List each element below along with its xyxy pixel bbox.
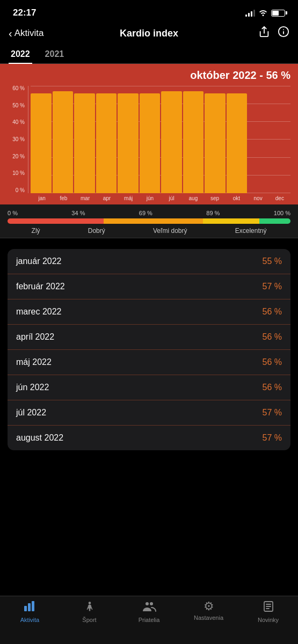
scale-pct: 34 % bbox=[71, 210, 85, 216]
y-label: 30 % bbox=[8, 137, 25, 142]
chart-bars bbox=[31, 86, 290, 193]
monthly-item-value: 57 % bbox=[263, 433, 282, 443]
status-time: 22:17 bbox=[13, 8, 36, 18]
svg-rect-4 bbox=[24, 606, 27, 611]
list-item[interactable]: apríl 202256 % bbox=[8, 325, 290, 350]
y-label: 60 % bbox=[8, 86, 25, 91]
monthly-item-value: 56 % bbox=[263, 357, 282, 367]
scale-bar bbox=[8, 218, 290, 224]
tab-novinky[interactable]: Novinky bbox=[238, 601, 298, 623]
nav-actions bbox=[258, 26, 289, 41]
share-button[interactable] bbox=[258, 26, 270, 41]
list-item[interactable]: júl 202257 % bbox=[8, 400, 290, 426]
monthly-item-value: 57 % bbox=[263, 408, 282, 418]
monthly-item-name: máj 2022 bbox=[16, 357, 52, 367]
chart-x-label: dec bbox=[269, 195, 290, 201]
chart-bar-wrapper bbox=[270, 86, 291, 193]
scale-pct: 69 % bbox=[139, 210, 152, 216]
svg-point-11 bbox=[150, 602, 153, 605]
chart-bar bbox=[205, 93, 226, 193]
monthly-item-name: február 2022 bbox=[16, 282, 65, 291]
chart-y-axis: 0 % 10 % 20 % 30 % 40 % 50 % 60 % bbox=[8, 86, 28, 193]
scale-labels: Zlý Dobrý Veľmi dobrý Excelentný bbox=[8, 227, 290, 235]
priatelia-icon bbox=[142, 601, 156, 614]
chart-bar-wrapper bbox=[248, 86, 269, 193]
tab-nastavenia-label: Nastavenia bbox=[194, 614, 223, 621]
tab-sport[interactable]: Šport bbox=[60, 601, 119, 623]
back-label: Aktivita bbox=[14, 28, 44, 39]
tab-nastavenia[interactable]: ⚙ Nastavenia bbox=[179, 601, 238, 621]
list-item[interactable]: august 202257 % bbox=[8, 426, 290, 450]
chart-x-label: júl bbox=[161, 195, 183, 201]
novinky-icon bbox=[263, 601, 274, 614]
y-label: 20 % bbox=[8, 154, 25, 159]
list-item[interactable]: február 202257 % bbox=[8, 274, 290, 299]
tab-bar: Aktivita Šport Priatelia ⚙ Nastavenia bbox=[0, 596, 298, 644]
chart-x-label: nov bbox=[248, 195, 269, 201]
monthly-item-value: 56 % bbox=[263, 307, 282, 317]
status-bar: 22:17 bbox=[0, 0, 298, 24]
tab-2021[interactable]: 2021 bbox=[43, 45, 67, 63]
chart-bar bbox=[161, 91, 182, 193]
chart-bar-wrapper bbox=[118, 86, 139, 193]
chart-x-label: mar bbox=[75, 195, 96, 201]
svg-point-10 bbox=[146, 602, 149, 605]
back-button[interactable]: ‹ Aktivita bbox=[9, 27, 43, 40]
color-scale: 0 % 34 % 69 % 89 % 100 % Zlý Dobrý Veľmi… bbox=[0, 204, 298, 238]
chart-bar-wrapper bbox=[227, 86, 248, 193]
chart-x-label: jan bbox=[31, 195, 53, 201]
chart-x-label: jún bbox=[139, 195, 161, 201]
svg-rect-5 bbox=[28, 603, 31, 611]
chart-bar bbox=[53, 91, 74, 193]
chart-bar bbox=[227, 93, 248, 193]
chart-bar bbox=[96, 93, 117, 193]
chart-bar bbox=[74, 93, 95, 193]
chart-bar-wrapper bbox=[161, 86, 182, 193]
chart-bar bbox=[140, 93, 161, 193]
chart-x-labels: janfebmaraprmájjúnjúlaugsepoktnovdec bbox=[8, 195, 290, 201]
chart-x-label: okt bbox=[226, 195, 247, 201]
scale-label-velmi-dobry: Veľmi dobrý bbox=[153, 227, 187, 235]
chart-bar bbox=[31, 93, 52, 193]
list-item[interactable]: jún 202256 % bbox=[8, 375, 290, 400]
monthly-item-name: apríl 2022 bbox=[16, 332, 54, 342]
chart-bar-wrapper bbox=[183, 86, 204, 193]
chart-bar-wrapper bbox=[31, 86, 52, 193]
chart-x-label: aug bbox=[183, 195, 204, 201]
tab-2022[interactable]: 2022 bbox=[9, 45, 32, 63]
tab-priatelia[interactable]: Priatelia bbox=[119, 601, 179, 623]
list-item[interactable]: marec 202256 % bbox=[8, 299, 290, 325]
tab-priatelia-label: Priatelia bbox=[139, 617, 160, 623]
battery-icon bbox=[271, 10, 285, 17]
monthly-item-name: marec 2022 bbox=[16, 307, 62, 317]
monthly-item-name: august 2022 bbox=[16, 433, 63, 443]
wifi-icon bbox=[258, 9, 268, 18]
monthly-item-value: 56 % bbox=[263, 383, 282, 392]
list-item[interactable]: máj 202256 % bbox=[8, 350, 290, 375]
chart-x-label: feb bbox=[53, 195, 74, 201]
chart-bar-wrapper bbox=[140, 86, 161, 193]
monthly-list: január 202255 %február 202257 %marec 202… bbox=[8, 249, 290, 450]
scale-pct: 0 % bbox=[8, 210, 18, 216]
y-label: 50 % bbox=[8, 103, 25, 108]
info-button[interactable] bbox=[278, 26, 289, 41]
chart-x-label: sep bbox=[204, 195, 226, 201]
scale-label-excelentny: Excelentný bbox=[235, 227, 267, 235]
tab-novinky-label: Novinky bbox=[258, 617, 279, 623]
chart-title: október 2022 - 56 % bbox=[8, 69, 290, 82]
monthly-item-name: jún 2022 bbox=[16, 383, 49, 392]
signal-icon bbox=[245, 9, 255, 17]
sport-icon bbox=[84, 601, 96, 614]
tab-aktivita[interactable]: Aktivita bbox=[0, 601, 60, 623]
y-label: 40 % bbox=[8, 120, 25, 125]
nav-bar: ‹ Aktivita Kardio index bbox=[0, 24, 298, 45]
svg-point-7 bbox=[88, 602, 91, 604]
list-item[interactable]: január 202255 % bbox=[8, 249, 290, 274]
chart-bar-wrapper bbox=[53, 86, 74, 193]
y-label: 10 % bbox=[8, 171, 25, 176]
chart-bar-wrapper bbox=[74, 86, 95, 193]
scale-pct: 100 % bbox=[274, 210, 290, 216]
chart-bar bbox=[118, 93, 139, 193]
scale-percentages: 0 % 34 % 69 % 89 % 100 % bbox=[8, 210, 290, 216]
y-label: 0 % bbox=[8, 188, 25, 193]
